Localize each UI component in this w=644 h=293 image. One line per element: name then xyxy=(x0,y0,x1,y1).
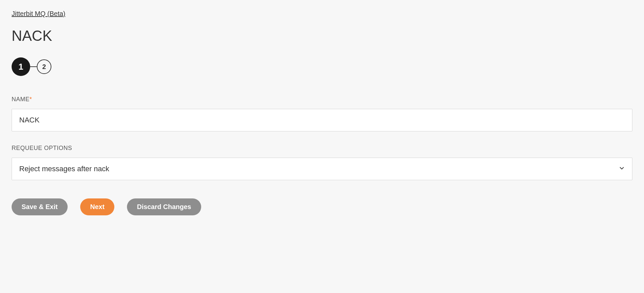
requeue-label: REQUEUE OPTIONS xyxy=(12,145,632,152)
next-button[interactable]: Next xyxy=(80,198,114,215)
stepper: 1 2 xyxy=(12,57,632,76)
breadcrumb-link[interactable]: Jitterbit MQ (Beta) xyxy=(12,10,65,18)
name-field-group: NAME* xyxy=(12,96,632,131)
step-2[interactable]: 2 xyxy=(37,59,51,74)
name-input[interactable] xyxy=(12,109,632,131)
page-title: NACK xyxy=(12,28,632,44)
requeue-select[interactable]: Reject messages after nack xyxy=(12,158,632,180)
button-row: Save & Exit Next Discard Changes xyxy=(12,198,632,215)
step-1[interactable]: 1 xyxy=(12,57,30,76)
step-connector xyxy=(30,66,37,67)
discard-changes-button[interactable]: Discard Changes xyxy=(127,198,201,215)
requeue-selected-value: Reject messages after nack xyxy=(19,165,109,173)
name-label: NAME* xyxy=(12,96,632,103)
name-label-text: NAME xyxy=(12,96,29,103)
requeue-select-wrapper: Reject messages after nack xyxy=(12,158,632,180)
required-indicator: * xyxy=(29,96,32,103)
save-exit-button[interactable]: Save & Exit xyxy=(12,198,68,215)
requeue-field-group: REQUEUE OPTIONS Reject messages after na… xyxy=(12,145,632,180)
